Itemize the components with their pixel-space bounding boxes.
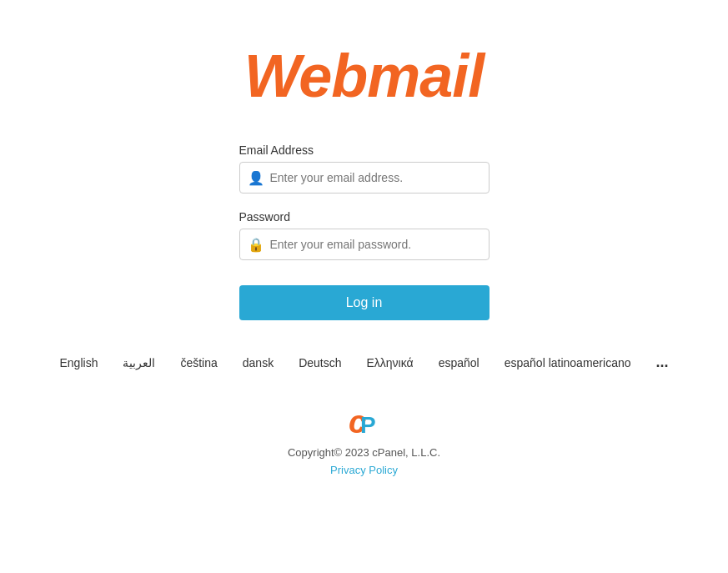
lang-spanish[interactable]: español: [439, 356, 479, 369]
webmail-logo: Webmail: [244, 42, 484, 110]
language-bar: English العربية čeština dansk Deutsch Ελ…: [0, 320, 728, 388]
footer: c P Copyright© 2023 cPanel, L.L.C. Priva…: [288, 388, 440, 501]
logo-area: Webmail: [244, 42, 484, 110]
lang-danish[interactable]: dansk: [243, 356, 274, 369]
password-input[interactable]: [239, 229, 490, 260]
footer-copyright: Copyright© 2023 cPanel, L.L.C.: [288, 446, 440, 459]
svg-text:P: P: [360, 412, 376, 438]
main-container: Webmail Email Address 👤 Password 🔒 Log i…: [0, 0, 728, 573]
lang-greek[interactable]: Ελληνικά: [367, 356, 414, 369]
lang-spanish-la[interactable]: español latinoamericano: [505, 356, 631, 369]
email-label: Email Address: [239, 143, 314, 157]
lang-arabic[interactable]: العربية: [123, 356, 155, 369]
password-input-wrapper: 🔒: [239, 229, 490, 260]
user-icon: 👤: [248, 170, 264, 186]
lang-english[interactable]: English: [60, 356, 98, 369]
footer-privacy-link[interactable]: Privacy Policy: [330, 464, 398, 476]
lock-icon: 🔒: [248, 237, 264, 253]
password-label: Password: [239, 210, 290, 224]
login-form: Email Address 👤 Password 🔒 Log in: [239, 143, 490, 320]
cpanel-logo-icon: c P: [347, 405, 380, 438]
login-button[interactable]: Log in: [239, 285, 490, 320]
email-input[interactable]: [239, 162, 490, 194]
lang-more[interactable]: ...: [655, 354, 668, 371]
lang-german[interactable]: Deutsch: [299, 356, 341, 369]
lang-czech[interactable]: čeština: [180, 356, 217, 369]
email-input-wrapper: 👤: [239, 162, 490, 194]
